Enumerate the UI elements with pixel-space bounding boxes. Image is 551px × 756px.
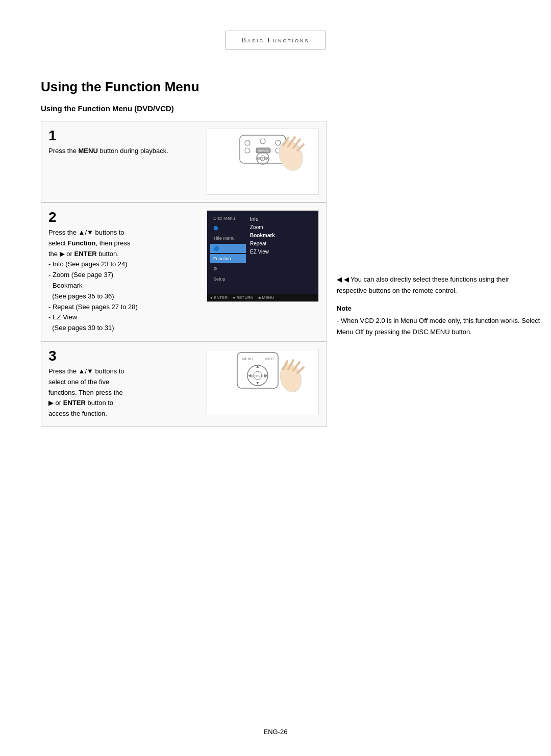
menu-item-disc: Disc Menu [210,214,246,223]
main-layout: 1 Press the MENU button during playback. [41,121,510,427]
svg-text:▶: ▶ [264,373,268,378]
step-1-text: Press the MENU button during playback. [48,146,199,157]
svg-point-2 [260,139,265,144]
menu-item-title: 🔵 [210,224,246,233]
menu-right-info: Info [250,216,311,222]
menu-bottom-menu: ■ MENU [259,295,274,300]
menu-screen-inner: Disc Menu 🔵 Title Menu 🔵 Function ⚙ Setu… [210,214,315,298]
step-1-image: MENU ENTER [207,129,319,195]
note-title: Note [337,305,541,312]
svg-point-3 [276,140,281,145]
menu-right-zoom: Zoom [250,224,311,231]
step-3-image: MENU INFO ENTER ▲ ▼ ◀ ▶ [207,349,319,415]
step-2-text: Press the ▲/▼ buttons to select Function… [48,228,199,334]
page-title: Using the Function Menu [41,79,510,95]
svg-text:INFO: INFO [265,357,274,361]
note-box: Note - When VCD 2.0 is in Menu Off mode … [337,305,541,338]
step-2-number: 2 [48,210,199,224]
step-1-number: 1 [48,129,199,143]
menu-bottom-bar: ● ENTER ● RETURN ■ MENU [207,294,318,301]
menu-screen: Disc Menu 🔵 Title Menu 🔵 Function ⚙ Setu… [207,211,318,301]
step-2-content: 2 Press the ▲/▼ buttons to select Functi… [48,210,199,334]
menu-item-setup-label: Setup [210,274,246,284]
menu-left: Disc Menu 🔵 Title Menu 🔵 Function ⚙ Setu… [210,214,246,298]
section-heading: Using the Function Menu (DVD/VCD) [41,104,510,113]
note-text: - When VCD 2.0 is in Menu Off mode only,… [337,315,541,338]
svg-text:◀: ◀ [248,373,252,378]
remote-step1-svg: MENU ENTER [209,130,316,194]
svg-text:▲: ▲ [256,364,260,369]
menu-right-ezview: EZ View [250,248,311,255]
right-column: ◀ ◀ You can also directly select these f… [337,274,541,338]
right-note-text: ◀ ◀ You can also directly select these f… [337,274,541,296]
header-box: Basic Functions [226,31,325,49]
menu-item-function-label: Function [210,254,246,263]
svg-point-4 [245,148,250,153]
menu-bottom-enter: ● ENTER [210,295,228,300]
svg-text:ENTER: ENTER [253,374,263,377]
arrow-symbol: ◀ [337,275,344,283]
svg-point-1 [245,140,250,145]
step-3-text: Press the ▲/▼ buttons to select one of t… [48,366,199,419]
menu-right-repeat: Repeat [250,240,311,247]
step-1-content: 1 Press the MENU button during playback. [48,129,199,157]
step-3-content: 3 Press the ▲/▼ buttons to select one of… [48,349,199,419]
step-1-box: 1 Press the MENU button during playback. [41,121,327,203]
footer: ENG-26 [0,728,551,736]
page-number: ENG-26 [264,728,288,736]
left-column: 1 Press the MENU button during playback. [41,121,327,427]
step-2-image: Disc Menu 🔵 Title Menu 🔵 Function ⚙ Setu… [207,210,319,302]
menu-right-bookmark: Bookmark [250,232,311,239]
menu-item-setup: ⚙ [210,264,246,273]
menu-bottom-return: ● RETURN [233,295,253,300]
step-3-number: 3 [48,349,199,363]
page-container: Basic Functions Using the Function Menu … [0,0,551,756]
step-3-box: 3 Press the ▲/▼ buttons to select one of… [41,341,327,427]
menu-right: Info Zoom Bookmark Repeat EZ View [246,214,315,298]
svg-text:MENU: MENU [242,357,253,361]
remote-step3-svg: MENU INFO ENTER ▲ ▼ ◀ ▶ [212,350,314,414]
svg-text:▼: ▼ [256,381,260,386]
step-2-box: 2 Press the ▲/▼ buttons to select Functi… [41,203,327,341]
menu-item-function: 🔵 [210,244,246,253]
header-title: Basic Functions [241,36,309,44]
menu-item-title-label: Title Menu [210,234,246,243]
svg-text:ENTER: ENTER [257,157,269,160]
header-wrapper: Basic Functions [41,31,510,65]
right-note-content: ◀ You can also directly select these fun… [337,275,509,294]
